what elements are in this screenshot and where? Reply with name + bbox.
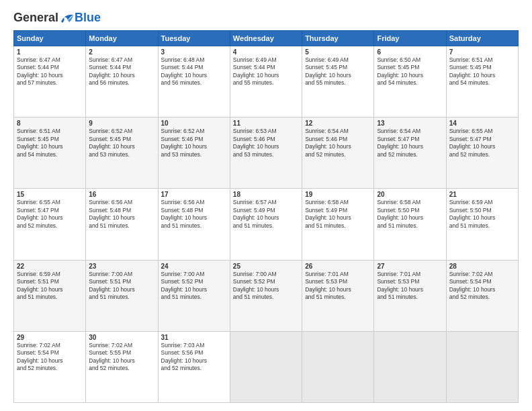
day-number: 15 — [17, 191, 83, 198]
day-info: Sunrise: 6:54 AM Sunset: 5:46 PM Dayligh… — [305, 128, 371, 158]
calendar-cell: 4Sunrise: 6:49 AM Sunset: 5:44 PM Daylig… — [230, 46, 302, 118]
day-info: Sunrise: 6:47 AM Sunset: 5:44 PM Dayligh… — [89, 56, 154, 87]
day-info: Sunrise: 6:50 AM Sunset: 5:45 PM Dayligh… — [377, 56, 443, 87]
calendar-week-row: 15Sunrise: 6:55 AM Sunset: 5:47 PM Dayli… — [14, 189, 519, 260]
calendar-cell: 24Sunrise: 7:00 AM Sunset: 5:52 PM Dayli… — [158, 260, 230, 331]
day-info: Sunrise: 6:54 AM Sunset: 5:47 PM Dayligh… — [377, 128, 443, 158]
calendar-header-tuesday: Tuesday — [158, 31, 230, 46]
logo-blue-text: Blue — [75, 11, 101, 25]
calendar-cell: 23Sunrise: 7:00 AM Sunset: 5:51 PM Dayli… — [86, 260, 158, 331]
day-info: Sunrise: 6:51 AM Sunset: 5:45 PM Dayligh… — [449, 56, 515, 87]
day-info: Sunrise: 7:01 AM Sunset: 5:53 PM Dayligh… — [377, 271, 443, 302]
calendar-cell: 15Sunrise: 6:55 AM Sunset: 5:47 PM Dayli… — [14, 189, 86, 260]
day-info: Sunrise: 6:56 AM Sunset: 5:48 PM Dayligh… — [161, 199, 227, 230]
calendar-cell — [230, 331, 302, 402]
day-info: Sunrise: 7:00 AM Sunset: 5:52 PM Dayligh… — [233, 271, 299, 302]
day-info: Sunrise: 6:58 AM Sunset: 5:50 PM Dayligh… — [377, 199, 443, 230]
calendar-cell: 5Sunrise: 6:49 AM Sunset: 5:45 PM Daylig… — [302, 46, 374, 118]
calendar-header-thursday: Thursday — [302, 31, 374, 46]
day-number: 17 — [161, 191, 227, 198]
day-info: Sunrise: 7:02 AM Sunset: 5:55 PM Dayligh… — [89, 342, 154, 373]
day-number: 13 — [377, 120, 443, 127]
day-number: 22 — [17, 263, 83, 270]
day-info: Sunrise: 6:47 AM Sunset: 5:44 PM Dayligh… — [17, 56, 83, 87]
calendar-cell: 10Sunrise: 6:52 AM Sunset: 5:46 PM Dayli… — [158, 118, 230, 189]
day-number: 11 — [233, 120, 299, 127]
calendar-cell: 22Sunrise: 6:59 AM Sunset: 5:51 PM Dayli… — [14, 260, 86, 331]
logo-general-text: General — [13, 11, 58, 25]
day-number: 26 — [305, 263, 371, 270]
day-number: 30 — [89, 334, 154, 341]
calendar-cell: 26Sunrise: 7:01 AM Sunset: 5:53 PM Dayli… — [302, 260, 374, 331]
calendar-cell: 12Sunrise: 6:54 AM Sunset: 5:46 PM Dayli… — [302, 118, 374, 189]
day-number: 4 — [233, 48, 299, 56]
day-number: 31 — [161, 334, 227, 341]
calendar-header-friday: Friday — [374, 31, 446, 46]
day-number: 18 — [233, 191, 299, 198]
day-info: Sunrise: 6:57 AM Sunset: 5:49 PM Dayligh… — [233, 199, 299, 230]
day-number: 5 — [305, 48, 371, 56]
calendar-cell: 29Sunrise: 7:02 AM Sunset: 5:54 PM Dayli… — [14, 331, 86, 402]
day-number: 27 — [377, 263, 443, 270]
day-number: 21 — [449, 191, 515, 198]
day-number: 2 — [89, 48, 154, 56]
calendar-header-row: SundayMondayTuesdayWednesdayThursdayFrid… — [14, 31, 519, 46]
day-number: 12 — [305, 120, 371, 127]
calendar-week-row: 29Sunrise: 7:02 AM Sunset: 5:54 PM Dayli… — [14, 331, 519, 402]
logo: General Blue — [13, 11, 101, 25]
calendar-week-row: 22Sunrise: 6:59 AM Sunset: 5:51 PM Dayli… — [14, 260, 519, 331]
calendar-header-saturday: Saturday — [446, 31, 518, 46]
day-info: Sunrise: 6:53 AM Sunset: 5:46 PM Dayligh… — [233, 128, 299, 158]
day-info: Sunrise: 6:55 AM Sunset: 5:47 PM Dayligh… — [449, 128, 515, 158]
day-info: Sunrise: 7:02 AM Sunset: 5:54 PM Dayligh… — [17, 342, 83, 373]
day-info: Sunrise: 6:59 AM Sunset: 5:51 PM Dayligh… — [17, 271, 83, 302]
calendar-header-sunday: Sunday — [14, 31, 86, 46]
calendar-cell: 3Sunrise: 6:48 AM Sunset: 5:44 PM Daylig… — [158, 46, 230, 118]
day-number: 20 — [377, 191, 443, 198]
calendar-cell: 9Sunrise: 6:52 AM Sunset: 5:45 PM Daylig… — [86, 118, 158, 189]
calendar-cell: 31Sunrise: 7:03 AM Sunset: 5:56 PM Dayli… — [158, 331, 230, 402]
calendar-cell: 14Sunrise: 6:55 AM Sunset: 5:47 PM Dayli… — [446, 118, 518, 189]
calendar-cell: 27Sunrise: 7:01 AM Sunset: 5:53 PM Dayli… — [374, 260, 446, 331]
header: General Blue — [13, 11, 519, 25]
day-info: Sunrise: 6:48 AM Sunset: 5:44 PM Dayligh… — [161, 56, 227, 87]
day-number: 10 — [161, 120, 227, 127]
day-number: 24 — [161, 263, 227, 270]
calendar-cell: 8Sunrise: 6:51 AM Sunset: 5:45 PM Daylig… — [14, 118, 86, 189]
calendar-cell: 19Sunrise: 6:58 AM Sunset: 5:49 PM Dayli… — [302, 189, 374, 260]
day-number: 16 — [89, 191, 154, 198]
calendar-cell — [302, 331, 374, 402]
calendar-cell — [374, 331, 446, 402]
day-number: 7 — [449, 48, 515, 56]
calendar-cell: 16Sunrise: 6:56 AM Sunset: 5:48 PM Dayli… — [86, 189, 158, 260]
day-info: Sunrise: 6:56 AM Sunset: 5:48 PM Dayligh… — [89, 199, 154, 230]
calendar-cell: 25Sunrise: 7:00 AM Sunset: 5:52 PM Dayli… — [230, 260, 302, 331]
calendar-cell: 18Sunrise: 6:57 AM Sunset: 5:49 PM Dayli… — [230, 189, 302, 260]
day-number: 3 — [161, 48, 227, 56]
calendar-cell: 7Sunrise: 6:51 AM Sunset: 5:45 PM Daylig… — [446, 46, 518, 118]
day-number: 23 — [89, 263, 154, 270]
calendar-week-row: 1Sunrise: 6:47 AM Sunset: 5:44 PM Daylig… — [14, 46, 519, 118]
logo-bird-icon — [60, 12, 75, 24]
calendar-cell: 21Sunrise: 6:59 AM Sunset: 5:50 PM Dayli… — [446, 189, 518, 260]
day-info: Sunrise: 7:01 AM Sunset: 5:53 PM Dayligh… — [305, 271, 371, 302]
day-info: Sunrise: 6:55 AM Sunset: 5:47 PM Dayligh… — [17, 199, 83, 230]
calendar-cell: 1Sunrise: 6:47 AM Sunset: 5:44 PM Daylig… — [14, 46, 86, 118]
day-info: Sunrise: 6:52 AM Sunset: 5:46 PM Dayligh… — [161, 128, 227, 158]
day-number: 19 — [305, 191, 371, 198]
day-info: Sunrise: 6:59 AM Sunset: 5:50 PM Dayligh… — [449, 199, 515, 230]
day-info: Sunrise: 6:58 AM Sunset: 5:49 PM Dayligh… — [305, 199, 371, 230]
day-info: Sunrise: 6:52 AM Sunset: 5:45 PM Dayligh… — [89, 128, 154, 158]
page: General Blue SundayMondayTuesdayWednesda… — [0, 0, 532, 411]
calendar-cell: 2Sunrise: 6:47 AM Sunset: 5:44 PM Daylig… — [86, 46, 158, 118]
calendar-header-monday: Monday — [86, 31, 158, 46]
day-number: 6 — [377, 48, 443, 56]
day-number: 25 — [233, 263, 299, 270]
calendar-cell: 17Sunrise: 6:56 AM Sunset: 5:48 PM Dayli… — [158, 189, 230, 260]
day-info: Sunrise: 6:49 AM Sunset: 5:44 PM Dayligh… — [233, 56, 299, 87]
calendar-cell: 11Sunrise: 6:53 AM Sunset: 5:46 PM Dayli… — [230, 118, 302, 189]
calendar-cell: 28Sunrise: 7:02 AM Sunset: 5:54 PM Dayli… — [446, 260, 518, 331]
day-info: Sunrise: 6:49 AM Sunset: 5:45 PM Dayligh… — [305, 56, 371, 87]
day-number: 14 — [449, 120, 515, 127]
day-number: 9 — [89, 120, 154, 127]
